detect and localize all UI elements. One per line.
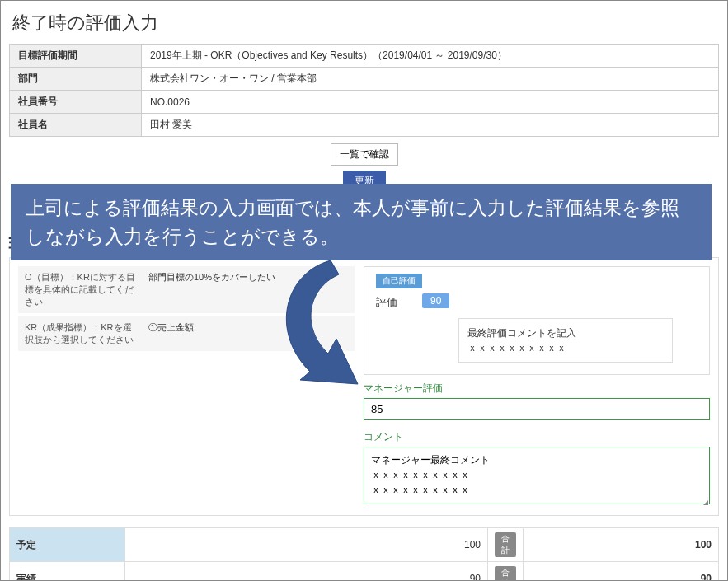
period-label: 目標評価期間 xyxy=(10,45,142,68)
summary-table: 予定 100 合計 100 実績 90 合計 90 達成度 90.00% 合計 … xyxy=(9,527,719,581)
objective-label: O（目標）：KRに対する目標を具体的に記載してください xyxy=(18,266,142,313)
resize-handle-icon[interactable] xyxy=(703,500,708,505)
kr-label: KR（成果指標）：KRを選択肢から選択してください xyxy=(18,316,142,351)
self-eval-comment-title: 最終評価コメントを記入 xyxy=(467,326,664,340)
emp-no-value: NO.0026 xyxy=(142,91,719,114)
self-evaluation-box: 自己評価 評価 90 最終評価コメントを記入 ｘｘｘｘｘｘｘｘｘｘ xyxy=(364,266,710,375)
emp-name-value: 田村 愛美 xyxy=(142,114,719,137)
manager-score-label: マネージャー評価 xyxy=(364,382,710,396)
self-eval-score: 90 xyxy=(422,293,449,308)
arrow-icon xyxy=(261,256,384,396)
dept-value: 株式会社ワン・オー・ワン / 営業本部 xyxy=(142,68,719,91)
self-eval-comment-body: ｘｘｘｘｘｘｘｘｘｘ xyxy=(467,340,664,355)
manager-score-input[interactable] xyxy=(364,398,710,420)
total-badge: 合計 xyxy=(495,566,516,581)
actual-label: 実績 xyxy=(10,562,125,582)
actual-value: 90 xyxy=(125,562,488,582)
planned-label: 予定 xyxy=(10,528,125,562)
manager-comment-label: コメント xyxy=(364,430,710,444)
manager-comment-textarea[interactable] xyxy=(364,447,710,504)
page-title: 終了時の評価入力 xyxy=(1,1,727,44)
actual-total: 90 xyxy=(524,562,719,582)
emp-name-label: 社員名 xyxy=(10,114,142,137)
list-confirm-button[interactable]: 一覧で確認 xyxy=(331,143,398,166)
dept-label: 部門 xyxy=(10,68,142,91)
period-value: 2019年上期 - OKR（Objectives and Key Results… xyxy=(142,45,719,68)
info-table: 目標評価期間 2019年上期 - OKR（Objectives and Key … xyxy=(9,44,719,137)
emp-no-label: 社員番号 xyxy=(10,91,142,114)
self-eval-comment: 最終評価コメントを記入 ｘｘｘｘｘｘｘｘｘｘ xyxy=(458,318,673,363)
planned-value: 100 xyxy=(125,528,488,562)
total-badge: 合計 xyxy=(495,532,516,557)
planned-total: 100 xyxy=(524,528,719,562)
annotation-overlay: 上司による評価結果の入力画面では、本人が事前に入力した評価結果を参照しながら入力… xyxy=(11,184,712,260)
